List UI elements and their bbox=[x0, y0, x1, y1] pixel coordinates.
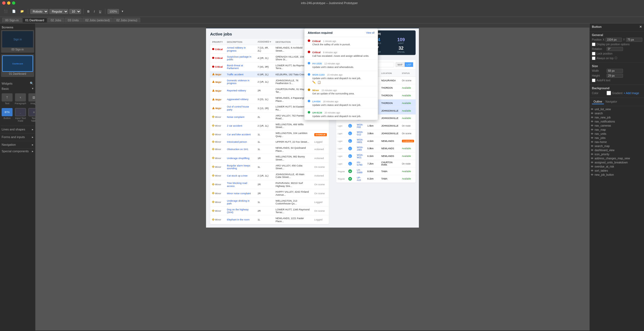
job-link[interactable]: Aggravated robbery bbox=[227, 98, 248, 101]
tab-signin[interactable]: 00 Sign-in bbox=[2, 18, 22, 22]
table-row[interactable]: Minor Cat stuck up a tree 2 (1R, 1L) JOH… bbox=[210, 171, 329, 180]
tab-dashboard[interactable]: 01 Dashboard bbox=[22, 18, 47, 22]
table-row[interactable]: Minor Car and bike accident 1L WELLINGTO… bbox=[210, 130, 329, 139]
tab-jobs-menu[interactable]: 02 Jobs (menu) bbox=[113, 18, 140, 22]
outline-address-changes[interactable]: 👁 address_changes_map_view bbox=[590, 156, 644, 160]
notif-action-dispatch[interactable]: 📋 bbox=[317, 80, 321, 84]
unit-link[interactable]: HV-G780 bbox=[357, 161, 362, 166]
table-row[interactable]: Minor Underage drinking in park 1L WELLI… bbox=[210, 198, 329, 207]
widget-button[interactable]: BTN Button bbox=[1, 107, 13, 123]
notif-view-all[interactable]: View all bbox=[366, 31, 374, 34]
job-link[interactable]: Noise complaint bbox=[227, 116, 244, 119]
widgets-search-icon[interactable]: 🔍 bbox=[30, 82, 34, 85]
job-link[interactable]: Reported robbery bbox=[227, 89, 246, 92]
job-link[interactable]: Elephant in the room bbox=[227, 218, 249, 221]
job-link[interactable]: Burgular alarm keeps sounding bbox=[227, 164, 250, 170]
outline-nav-home[interactable]: 👁 nav-home bbox=[590, 140, 644, 144]
table-row[interactable]: Minor Intoxicated person 1L UPPER HUTT, … bbox=[210, 139, 329, 145]
bg-color-swatch[interactable] bbox=[607, 91, 611, 95]
weight-select[interactable]: Regular bbox=[49, 9, 68, 14]
unit-row[interactable]: Regular R LH-G689 8.0km TAWA Available bbox=[336, 168, 416, 175]
outline-nav-jobs[interactable]: 👁 nav_jobs bbox=[590, 136, 644, 140]
unit-col-status[interactable]: STATUS bbox=[400, 70, 416, 77]
bold-btn[interactable]: B bbox=[86, 9, 91, 14]
outline-nav-notif[interactable]: 👁 nav_notifications bbox=[590, 120, 644, 124]
height-input[interactable] bbox=[607, 74, 623, 78]
outline-icon-priority[interactable]: 👁 icon_priority bbox=[590, 152, 644, 156]
outline-dashboard-view[interactable]: 👁 dashboard_view bbox=[590, 148, 644, 152]
italic-btn[interactable]: I bbox=[92, 9, 96, 14]
rotation-input[interactable] bbox=[607, 47, 623, 51]
tab-jobs[interactable]: 02 Jobs bbox=[48, 18, 64, 22]
unit-link[interactable]: UP-A10 bbox=[357, 176, 361, 181]
toolbar-open-btn[interactable]: 📁 bbox=[19, 9, 26, 14]
job-link[interactable]: Domestic violence in progress bbox=[227, 79, 249, 85]
unit-row[interactable]: Light L WGN-J365 5.9km NEWLANDS Availabl… bbox=[336, 145, 416, 152]
job-link[interactable]: Traffic accident bbox=[227, 73, 243, 76]
outline-tab[interactable]: Outline bbox=[592, 100, 604, 104]
screen-thumb-dashboard[interactable]: Dashboard 01 Dashboard bbox=[1, 54, 34, 77]
screen-thumb-signin[interactable]: Sign in 00 Sign-in bbox=[1, 30, 34, 53]
unit-link[interactable]: WGN-W21 bbox=[357, 154, 363, 159]
unit-row[interactable]: Light L WGN-H801 4.1km NEWLANDS OVERDUE bbox=[336, 137, 416, 145]
zoom-dropdown[interactable]: ▾ bbox=[120, 9, 125, 14]
font-select[interactable]: Roboto bbox=[30, 9, 48, 14]
add-image-btn[interactable]: + Add Image bbox=[624, 92, 639, 95]
outline-search-map[interactable]: 👁 search_map bbox=[590, 144, 644, 148]
map-toggle-btn[interactable]: MAP bbox=[396, 62, 404, 67]
unit-row[interactable]: Regular R UP-A10 8.1km TAWA Available bbox=[336, 175, 416, 183]
toolbar-file-btn[interactable]: ⬛ bbox=[2, 9, 9, 14]
widget-paragraph[interactable]: ¶ Paragraph bbox=[14, 92, 27, 106]
job-link[interactable]: Bomb threat at Parliament bbox=[227, 64, 243, 70]
widget-text[interactable]: T Text bbox=[1, 92, 13, 106]
outline-nav-cameras[interactable]: 👁 nav_cameras bbox=[590, 124, 644, 128]
table-row[interactable]: Minor Obstruction on SH1 1L NEWLANDS, 64… bbox=[210, 145, 329, 154]
outline-unit-list-view[interactable]: 👁 unit_list_view bbox=[590, 107, 644, 111]
outline-new-job-btn[interactable]: 👁 new_job_button bbox=[590, 173, 644, 177]
unit-row[interactable]: Light L WGN-F83 1.5km JOHNSONVILLE On ro… bbox=[336, 122, 416, 130]
autofit-checkbox[interactable] bbox=[592, 79, 595, 82]
unit-col-location[interactable]: LOCATION bbox=[380, 70, 400, 77]
size-select[interactable]: 10 bbox=[69, 9, 81, 14]
display-pin-checkbox[interactable] bbox=[592, 43, 595, 46]
nav-header[interactable]: Navigation ▸ bbox=[1, 142, 34, 147]
table-row[interactable]: Minor Underage shoplifting 1R WELLINGTON… bbox=[210, 154, 329, 162]
table-row[interactable]: Minor 2 car accident 2 (1R, 1L) WELLINGT… bbox=[210, 121, 329, 130]
outline-overdue[interactable]: 👁 overdue_at_risk bbox=[590, 165, 644, 169]
table-row[interactable]: Minor Burgular alarm keeps sounding 1L A… bbox=[210, 163, 329, 171]
unit-link[interactable]: WGN-H801 bbox=[357, 139, 363, 144]
outline-nav-new-job[interactable]: 👁 nav_new_job bbox=[590, 115, 644, 120]
job-link[interactable]: Cat stuck up a tree bbox=[227, 174, 248, 177]
special-header[interactable]: Special components ▸ bbox=[1, 148, 34, 154]
outline-search[interactable]: 👁 search bbox=[590, 111, 644, 115]
col-assigned[interactable]: ASSIGNED ▾ bbox=[255, 39, 273, 45]
widget-input[interactable]: _ Input Text Field bbox=[14, 107, 27, 123]
list-toggle-btn[interactable]: LIST bbox=[405, 62, 413, 67]
unit-row[interactable]: Light L WGN-W21 6.1km NEWLANDS Available bbox=[336, 152, 416, 160]
job-link[interactable]: Car and bike accident bbox=[227, 133, 251, 136]
navigator-tab[interactable]: Navigator bbox=[604, 100, 619, 104]
unit-link[interactable]: WGN-J365 bbox=[357, 146, 363, 151]
zoom-btn[interactable]: 100% bbox=[108, 9, 119, 14]
toolbar-new-btn[interactable]: 📄 bbox=[10, 9, 17, 14]
job-link[interactable]: Dog on the highway (SH4) bbox=[227, 208, 249, 214]
notif-action-edit[interactable]: ✏️ bbox=[312, 80, 316, 84]
job-link[interactable]: 2 car accident bbox=[227, 124, 242, 127]
minimize-dot[interactable] bbox=[7, 1, 10, 5]
job-link[interactable]: Obstruction on SH1 bbox=[227, 148, 248, 151]
lines-header[interactable]: Lines and shapes ▸ bbox=[1, 127, 34, 132]
basic-section[interactable]: Basic ▾ bbox=[1, 86, 34, 91]
tab-jobs-selected[interactable]: 02 Jobs (selected) bbox=[82, 18, 113, 22]
y-input[interactable] bbox=[626, 38, 642, 42]
table-row[interactable]: Minor Dog on the highway (SH4) 2R LOWER … bbox=[210, 207, 329, 215]
job-link[interactable]: Out of control house party bbox=[227, 105, 249, 111]
unit-link[interactable]: WGN-F83 bbox=[357, 123, 363, 128]
unit-link[interactable]: LH-G689 bbox=[357, 169, 362, 174]
job-link[interactable]: Tree blocking road access bbox=[227, 182, 247, 187]
job-link[interactable]: Armed robbery in progress bbox=[227, 46, 246, 52]
close-dot[interactable] bbox=[2, 1, 5, 5]
fullscreen-dot[interactable] bbox=[12, 1, 15, 5]
table-row[interactable]: Minor Minor noise complaint 2R HAPPY VAL… bbox=[210, 189, 329, 198]
width-input[interactable] bbox=[607, 69, 623, 73]
table-row[interactable]: Minor Tree blocking road access 2R PAPAR… bbox=[210, 180, 329, 189]
